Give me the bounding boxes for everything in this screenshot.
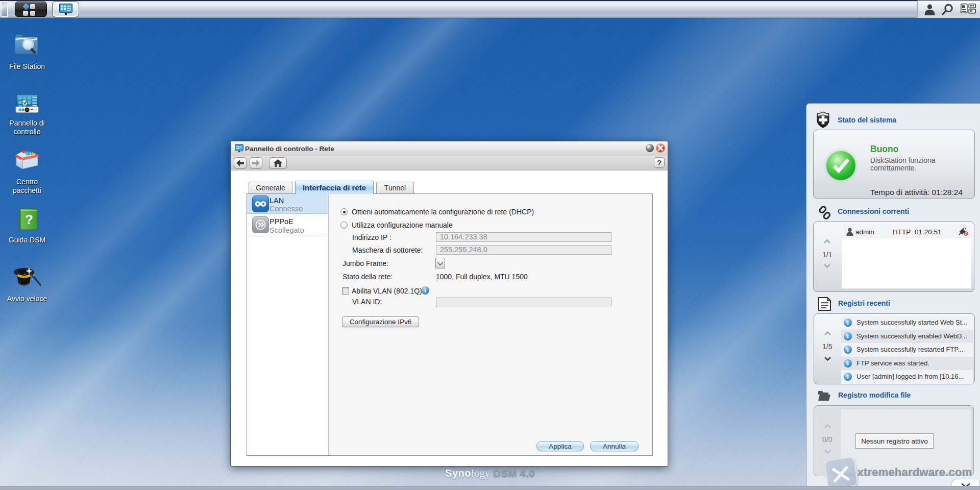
svg-text:?: ? xyxy=(25,212,33,227)
